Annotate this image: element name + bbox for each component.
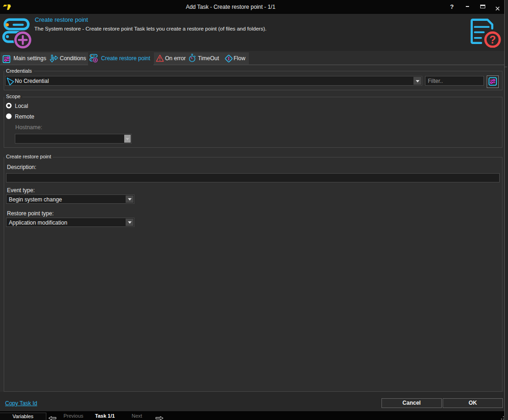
svg-text:?: ? xyxy=(489,34,496,46)
